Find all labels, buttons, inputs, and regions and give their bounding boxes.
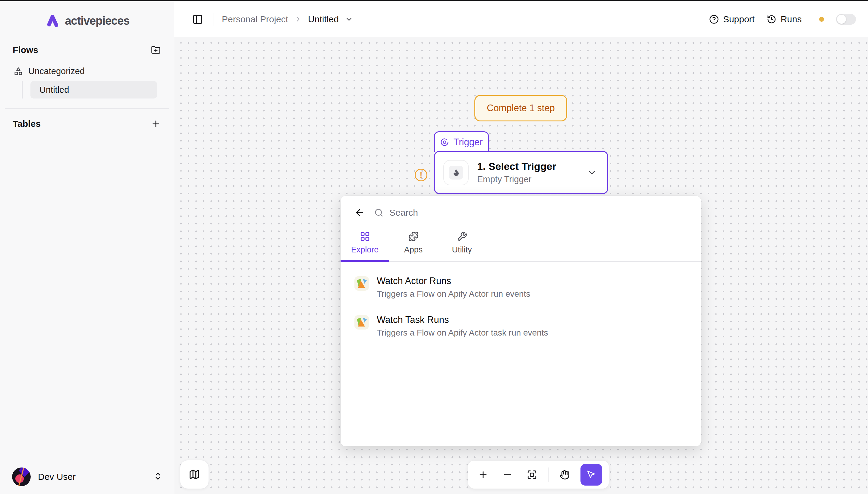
list-item-watch-actor-runs[interactable]: Watch Actor Runs Triggers a Flow on Apif… (340, 272, 701, 302)
popup-tabs: Explore Apps Utility (340, 230, 701, 262)
runs-button[interactable]: Runs (767, 14, 802, 24)
tab-explore[interactable]: Explore (340, 230, 389, 261)
item-description: Triggers a Flow on Apify Actor run event… (377, 289, 530, 299)
help-circle-icon (709, 15, 719, 24)
wrench-icon (457, 231, 467, 242)
tab-label: Explore (351, 245, 379, 254)
folder-plus-icon (151, 45, 161, 55)
minus-icon (502, 470, 513, 480)
list-item-watch-task-runs[interactable]: Watch Task Runs Triggers a Flow on Apify… (340, 311, 701, 341)
trigger-node[interactable]: 1. Select Trigger Empty Trigger (434, 151, 608, 194)
logo: activepieces (0, 13, 174, 29)
add-table-button[interactable] (150, 118, 162, 130)
node-warning-badge: ! (415, 169, 427, 181)
pan-tool-button[interactable] (556, 466, 573, 483)
history-icon (767, 15, 776, 24)
toolbar-divider (548, 468, 549, 482)
arrow-left-icon (354, 208, 365, 218)
tables-title: Tables (13, 119, 41, 129)
trigger-tab[interactable]: Trigger (434, 131, 489, 152)
canvas-toolbar (468, 460, 609, 489)
sidebar-spacer (0, 130, 174, 468)
new-folder-button[interactable] (150, 44, 162, 56)
sidebar-toggle-button[interactable] (191, 13, 204, 26)
chevrons-up-down-icon (153, 472, 163, 482)
back-button[interactable] (354, 208, 365, 218)
publish-toggle[interactable] (836, 14, 856, 25)
sidebar-divider (5, 108, 169, 109)
status-dot (819, 17, 824, 22)
node-title: 1. Select Trigger (477, 160, 556, 172)
puzzle-icon (408, 231, 419, 242)
trigger-tab-label: Trigger (453, 137, 482, 148)
tab-apps[interactable]: Apps (389, 230, 438, 261)
plus-icon (151, 119, 161, 129)
flow-canvas[interactable]: Complete 1 step Trigger 1. Select Trigge… (174, 37, 868, 494)
item-texts: Watch Actor Runs Triggers a Flow on Apif… (377, 276, 530, 299)
avatar (12, 468, 31, 486)
trigger-picker-popup: Explore Apps Utility Watc (340, 196, 701, 446)
plus-icon (478, 470, 488, 480)
breadcrumb-current[interactable]: Untitled (308, 14, 339, 24)
shapes-icon (14, 67, 23, 76)
select-tool-button[interactable] (580, 464, 602, 486)
chevron-down-icon (587, 168, 597, 178)
activepieces-logo-icon (44, 13, 60, 29)
tab-label: Apps (404, 245, 423, 254)
node-texts: 1. Select Trigger Empty Trigger (477, 160, 556, 184)
mouse-pointer-icon (587, 470, 596, 479)
topbar: Personal Project Untitled Support (174, 1, 868, 37)
folder-label: Uncategorized (28, 66, 85, 76)
flows-section-header: Flows (13, 44, 162, 56)
warning-glyph: ! (420, 170, 423, 180)
banner-label: Complete 1 step (487, 103, 555, 114)
search-icon (374, 208, 383, 217)
main-area: Personal Project Untitled Support (174, 1, 868, 494)
toggle-knob (837, 15, 846, 24)
fit-to-view-button[interactable] (523, 466, 540, 483)
tab-label: Utility (452, 245, 472, 254)
search-input[interactable] (389, 208, 687, 218)
support-label: Support (723, 14, 755, 24)
fullscreen-icon (527, 470, 537, 480)
topbar-divider (213, 13, 214, 25)
zoom-out-button[interactable] (499, 466, 516, 483)
chevron-down-icon (345, 15, 353, 23)
trigger-list: Watch Actor Runs Triggers a Flow on Apif… (340, 262, 701, 341)
flows-title: Flows (13, 45, 38, 55)
node-expand-button[interactable] (587, 168, 597, 178)
tables-section-header: Tables (13, 118, 162, 130)
logo-text: activepieces (65, 15, 129, 27)
zoom-in-button[interactable] (475, 466, 492, 483)
sidebar-item-uncategorized[interactable]: Uncategorized (14, 66, 162, 76)
user-name: Dev User (38, 472, 76, 482)
flow-tree: Untitled (22, 81, 157, 98)
tab-utility[interactable]: Utility (438, 230, 486, 261)
flame-icon (452, 168, 460, 176)
topbar-right: Support Runs (709, 14, 856, 25)
app-root: activepieces Flows Uncategorized Untitle… (0, 1, 868, 494)
topbar-left: Personal Project Untitled (191, 13, 353, 26)
complete-step-banner[interactable]: Complete 1 step (474, 95, 567, 121)
node-subtitle: Empty Trigger (477, 174, 556, 184)
sidebar: activepieces Flows Uncategorized Untitle… (0, 1, 174, 494)
user-menu[interactable]: Dev User (12, 468, 163, 486)
apify-logo-icon (354, 315, 369, 329)
item-description: Triggers a Flow on Apify Actor task run … (377, 328, 548, 338)
chevron-right-icon (294, 15, 302, 23)
minimap-button[interactable] (180, 460, 209, 489)
layout-grid-icon (360, 231, 370, 242)
panel-left-icon (192, 14, 203, 25)
hand-icon (559, 470, 570, 480)
popup-search-row (340, 196, 701, 230)
breadcrumb: Personal Project Untitled (222, 14, 353, 24)
trigger-icon (440, 138, 449, 147)
node-icon-frame (443, 160, 469, 185)
flow-name-menu-button[interactable] (345, 15, 353, 23)
breadcrumb-project[interactable]: Personal Project (222, 14, 288, 24)
apify-logo-icon (354, 276, 369, 291)
flow-item-label: Untitled (39, 85, 69, 95)
map-icon (189, 469, 200, 480)
support-button[interactable]: Support (709, 14, 755, 24)
sidebar-item-flow-untitled[interactable]: Untitled (31, 81, 157, 98)
